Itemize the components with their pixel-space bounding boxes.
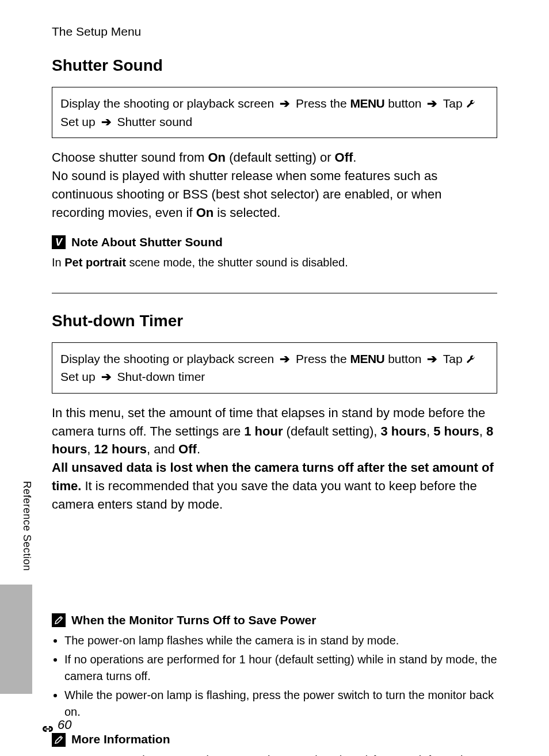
note-title: More Information — [71, 731, 170, 748]
arrow-icon: ➔ — [101, 115, 112, 128]
note-bullet-list: The power-on lamp flashes while the came… — [52, 632, 497, 720]
nav-text: Display the shooting or playback screen — [60, 97, 274, 110]
side-section-label: Reference Section — [20, 481, 35, 571]
note-title: When the Monitor Turns Off to Save Power — [71, 612, 316, 629]
body-paragraph: Choose shutter sound from On (default se… — [52, 148, 497, 167]
book-icon — [341, 753, 353, 756]
nav-text: button — [388, 352, 421, 365]
note-title: Note About Shutter Sound — [71, 234, 223, 251]
nav-text: Shut-down timer — [117, 370, 205, 383]
nav-text: Tap — [443, 352, 463, 365]
body-paragraph: In this menu, set the amount of time tha… — [52, 404, 497, 459]
note-check-icon: V — [52, 235, 66, 249]
list-item: While the power-on lamp is flashing, pre… — [64, 687, 497, 720]
note-block: More Information See "Power Supply Statu… — [52, 731, 497, 756]
nav-text: Press the — [296, 352, 347, 365]
note-pencil-icon — [52, 733, 66, 747]
menu-button-label: MENU — [350, 97, 384, 110]
wrench-icon — [466, 96, 475, 105]
body-paragraph: All unsaved data is lost when the camera… — [52, 459, 497, 514]
note-pencil-icon — [52, 613, 66, 627]
page-header: The Setup Menu — [52, 23, 497, 40]
section-title-shutter-sound: Shutter Sound — [52, 54, 497, 78]
page-number: 60 — [39, 716, 71, 734]
arrow-icon: ➔ — [427, 352, 437, 365]
section-divider — [52, 293, 497, 293]
nav-text: Set up — [60, 115, 96, 128]
nav-path-shutter-sound: Display the shooting or playback screen … — [52, 87, 497, 138]
arrow-icon: ➔ — [280, 97, 290, 110]
note-body: See "Power Supply Status and Power Savin… — [52, 752, 497, 756]
arrow-icon: ➔ — [280, 352, 290, 365]
note-block: When the Monitor Turns Off to Save Power… — [52, 612, 497, 720]
nav-text: Tap — [443, 97, 463, 110]
nav-text: Display the shooting or playback screen — [60, 352, 274, 365]
nav-path-shutdown-timer: Display the shooting or playback screen … — [52, 342, 497, 394]
nav-text: button — [388, 97, 421, 110]
nav-text: Set up — [60, 370, 96, 383]
note-body: In Pet portrait scene mode, the shutter … — [52, 254, 497, 271]
body-paragraph: No sound is played with shutter release … — [52, 167, 497, 222]
nav-text: Press the — [296, 97, 347, 110]
page-number-value: 60 — [58, 716, 71, 734]
menu-button-label: MENU — [350, 352, 384, 365]
wrench-icon — [466, 351, 475, 360]
list-item: The power-on lamp flashes while the came… — [64, 632, 497, 649]
arrow-icon: ➔ — [427, 97, 437, 110]
reference-section-icon — [39, 720, 56, 730]
section-title-shutdown-timer: Shut-down Timer — [52, 310, 497, 333]
nav-text: Shutter sound — [117, 115, 192, 128]
arrow-icon: ➔ — [101, 370, 112, 383]
note-block: V Note About Shutter Sound In Pet portra… — [52, 234, 497, 271]
side-tab — [0, 585, 32, 694]
list-item: If no operations are performed for 1 hou… — [64, 651, 497, 685]
